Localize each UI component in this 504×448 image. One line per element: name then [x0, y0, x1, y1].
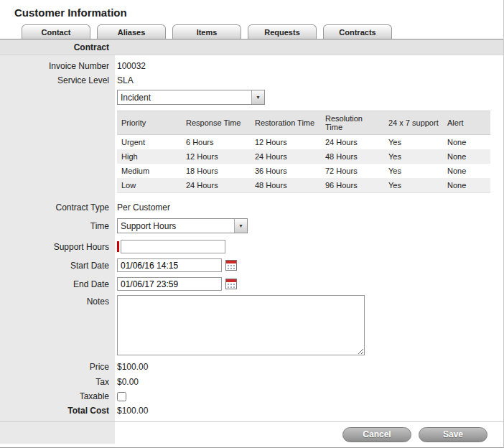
service-level-label: Service Level: [0, 75, 115, 85]
col-resolution: Resolution Time: [321, 111, 384, 135]
price-value: $100.00: [115, 362, 148, 372]
tax-value: $0.00: [115, 377, 139, 387]
customer-information-page: Customer Information Contact Aliases Ite…: [0, 0, 504, 448]
tab-aliases-label: Aliases: [118, 28, 146, 37]
table-header-row: Priority Response Time Restoration Time …: [117, 111, 490, 135]
required-marker: [117, 241, 119, 252]
notes-label: Notes: [0, 295, 115, 307]
time-label: Time: [0, 221, 115, 231]
taxable-checkbox[interactable]: [117, 392, 126, 401]
contract-type-label: Contract Type: [0, 202, 115, 213]
invoice-number-label: Invoice Number: [0, 61, 115, 71]
section-header: Contract: [0, 39, 503, 55]
contract-type-value: Per Customer: [115, 202, 170, 213]
cancel-button[interactable]: Cancel: [342, 427, 411, 442]
price-label: Price: [0, 362, 115, 372]
support-hours-label: Support Hours: [0, 242, 115, 252]
time-select[interactable]: Support Hours: [117, 218, 248, 233]
invoice-number-row: Invoice Number 100032: [0, 61, 503, 71]
table-row: Medium 18 Hours 36 Hours 72 Hours Yes No…: [117, 164, 490, 178]
time-row: Time Support Hours ▼: [0, 218, 503, 233]
contract-form: Contract Invoice Number 100032 Service L…: [0, 39, 503, 444]
tab-items[interactable]: Items: [172, 24, 241, 39]
page-title: Customer Information: [0, 0, 503, 22]
tax-label: Tax: [0, 377, 115, 387]
tab-contact[interactable]: Contact: [22, 24, 90, 39]
calendar-icon[interactable]: [225, 279, 237, 289]
tab-contact-label: Contact: [42, 28, 71, 37]
end-date-row: End Date: [0, 277, 503, 291]
total-cost-label: Total Cost: [0, 406, 115, 416]
price-row: Price $100.00: [0, 362, 503, 372]
end-date-input[interactable]: [117, 277, 222, 291]
start-date-label: Start Date: [0, 261, 115, 271]
col-response: Response Time: [182, 111, 251, 135]
tab-contracts-label: Contracts: [339, 28, 375, 37]
calendar-icon[interactable]: [225, 260, 237, 271]
start-date-row: Start Date: [0, 258, 503, 272]
col-support: 24 x 7 support: [384, 111, 443, 135]
total-cost-value: $100.00: [115, 406, 148, 416]
support-hours-input[interactable]: [121, 240, 225, 253]
invoice-number-value: 100032: [115, 61, 146, 71]
sla-type-row: Incident ▼: [0, 90, 503, 105]
table-row: Low 24 Hours 48 Hours 96 Hours Yes None: [117, 178, 490, 193]
end-date-label: End Date: [0, 279, 115, 289]
table-row: Urgent 6 Hours 12 Hours 24 Hours Yes Non…: [117, 135, 490, 150]
tax-row: Tax $0.00: [0, 377, 503, 387]
col-alert: Alert: [443, 111, 490, 135]
tab-contracts[interactable]: Contracts: [323, 24, 392, 39]
taxable-label: Taxable: [0, 391, 115, 401]
notes-row: Notes: [0, 295, 503, 355]
sla-priority-table: Priority Response Time Restoration Time …: [117, 111, 490, 193]
contract-type-row: Contract Type Per Customer: [0, 202, 503, 213]
tab-requests-label: Requests: [264, 28, 300, 37]
total-cost-row: Total Cost $100.00: [0, 406, 503, 416]
taxable-row: Taxable: [0, 391, 503, 401]
support-hours-row: Support Hours: [0, 240, 503, 253]
col-priority: Priority: [117, 111, 182, 135]
save-button[interactable]: Save: [419, 427, 487, 442]
notes-textarea[interactable]: [117, 295, 365, 355]
tab-requests[interactable]: Requests: [248, 24, 317, 39]
table-row: High 12 Hours 24 Hours 48 Hours Yes None: [117, 149, 490, 164]
service-level-row: Service Level SLA: [0, 75, 503, 85]
service-level-value: SLA: [115, 75, 134, 85]
col-restoration: Restoration Time: [251, 111, 321, 135]
start-date-input[interactable]: [117, 258, 222, 272]
form-footer: Cancel Save: [0, 421, 503, 442]
tab-aliases[interactable]: Aliases: [97, 24, 166, 39]
tab-bar: Contact Aliases Items Requests Contracts: [0, 22, 503, 39]
sla-type-select[interactable]: Incident: [117, 90, 265, 105]
section-title: Contract: [0, 42, 115, 52]
tab-items-label: Items: [197, 28, 218, 37]
